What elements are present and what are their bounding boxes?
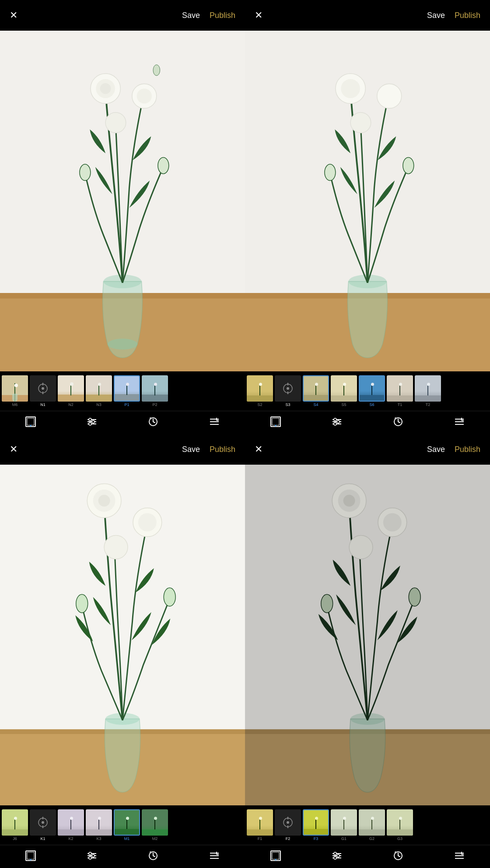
filter-item-k3[interactable]: K3 (86, 809, 112, 841)
publish-button-bl[interactable]: Publish (210, 445, 235, 454)
filter-thumb-n1 (30, 375, 56, 402)
svg-point-13 (153, 65, 160, 76)
filter-item-g2[interactable]: G2 (359, 809, 385, 841)
svg-point-54 (337, 420, 340, 423)
panel-bottom-right: ✕ Save Publish (245, 434, 490, 868)
tool-history-bl[interactable] (147, 850, 159, 862)
svg-point-101 (383, 513, 402, 532)
publish-button-tr[interactable]: Publish (455, 11, 480, 20)
svg-point-103 (409, 588, 420, 606)
svg-point-11 (158, 157, 169, 173)
filter-label-k2: K2 (68, 836, 73, 841)
filter-item-f3[interactable]: F3 (303, 809, 329, 841)
adjust-icon-k1 (36, 816, 49, 829)
tool-adjust-tl[interactable] (86, 416, 98, 428)
filter-item-n1[interactable]: N1 (30, 375, 56, 407)
filter-item-g1[interactable]: G1 (331, 809, 357, 841)
filter-thumb-s2 (247, 375, 273, 402)
publish-button-br[interactable]: Publish (455, 445, 480, 454)
filter-label-t2: T2 (426, 402, 430, 407)
tool-presets-tl[interactable] (208, 416, 220, 428)
flower-photo-bl (0, 465, 245, 805)
toolbar-br (245, 845, 490, 868)
svg-point-70 (138, 513, 157, 532)
publish-button-tl[interactable]: Publish (210, 11, 235, 20)
filter-thumb-s6 (359, 375, 385, 402)
svg-rect-48 (272, 418, 279, 425)
svg-point-111 (275, 859, 276, 861)
filter-item-t1[interactable]: T1 (387, 375, 413, 407)
toolbar-tr (245, 411, 490, 434)
save-button-bl[interactable]: Save (182, 445, 200, 454)
tool-frame-bl[interactable] (24, 850, 37, 862)
presets-icon-tl (208, 416, 220, 428)
tool-presets-bl[interactable] (208, 850, 220, 862)
filter-thumb-m6 (2, 375, 28, 402)
tool-history-br[interactable] (392, 850, 404, 862)
filter-item-j6[interactable]: J6 (2, 809, 28, 841)
save-button-tr[interactable]: Save (427, 11, 445, 20)
filter-strip-bl: J6 K1 (0, 805, 245, 845)
panel-bottom-left: ✕ Save Publish (0, 434, 245, 868)
filter-strip-tl: M6 N1 (0, 371, 245, 411)
filter-item-s4[interactable]: S4 (303, 375, 329, 407)
filter-thumb-m2 (142, 809, 168, 836)
tool-presets-br[interactable] (453, 850, 466, 862)
close-button-tl[interactable]: ✕ (10, 10, 18, 21)
tool-adjust-tr[interactable] (331, 416, 343, 428)
tool-frame-tr[interactable] (270, 416, 282, 428)
panel-top-left: ✕ Save Publish (0, 0, 245, 434)
filter-item-p2[interactable]: P2 (142, 375, 168, 407)
filter-item-p1[interactable]: P1 (114, 375, 140, 407)
filter-item-m2[interactable]: M2 (142, 809, 168, 841)
filter-item-s2[interactable]: S2 (247, 375, 273, 407)
filter-item-m6[interactable]: M6 (2, 375, 28, 407)
filter-label-k3: K3 (96, 836, 101, 841)
save-button-tl[interactable]: Save (182, 11, 200, 20)
topbar-right-tl: Save Publish (182, 11, 235, 20)
filter-label-s5: S5 (341, 402, 346, 407)
filter-thumb-k2 (58, 809, 84, 836)
filter-item-s6[interactable]: S6 (359, 375, 385, 407)
filter-label-n3: N3 (96, 402, 102, 407)
filter-item-f1[interactable]: F1 (247, 809, 273, 841)
filter-item-n3[interactable]: N3 (86, 375, 112, 407)
svg-point-42 (325, 164, 336, 180)
filter-thumb-k1 (30, 809, 56, 836)
tool-frame-tl[interactable] (24, 416, 37, 428)
close-button-br[interactable]: ✕ (255, 444, 262, 455)
filter-thumb-k3 (86, 809, 112, 836)
filter-label-s6: S6 (369, 402, 374, 407)
filter-item-s3[interactable]: S3 (275, 375, 301, 407)
filter-item-s5[interactable]: S5 (331, 375, 357, 407)
filter-label-g3: G3 (397, 836, 402, 841)
close-button-tr[interactable]: ✕ (255, 10, 262, 21)
filter-item-g3[interactable]: G3 (387, 809, 413, 841)
tool-history-tl[interactable] (147, 416, 159, 428)
svg-point-86 (89, 857, 91, 859)
filter-item-f2[interactable]: F2 (275, 809, 301, 841)
filter-item-t2[interactable]: T2 (415, 375, 441, 407)
svg-point-115 (334, 852, 336, 855)
svg-point-41 (403, 157, 414, 173)
svg-rect-0 (0, 31, 245, 296)
close-button-bl[interactable]: ✕ (10, 444, 18, 455)
filter-item-k2[interactable]: K2 (58, 809, 84, 841)
tool-presets-tr[interactable] (453, 416, 466, 428)
filter-item-k1[interactable]: K1 (30, 809, 56, 841)
tool-adjust-br[interactable] (331, 850, 343, 862)
photo-area-tl (0, 31, 245, 371)
svg-point-15 (42, 387, 44, 390)
save-button-br[interactable]: Save (427, 445, 445, 454)
filter-thumb-j6 (2, 809, 28, 836)
tool-history-tr[interactable] (392, 416, 404, 428)
filter-item-n2[interactable]: N2 (58, 375, 84, 407)
history-icon-tl (147, 416, 159, 428)
topbar-right-tr: Save Publish (427, 11, 480, 20)
filter-item-m1[interactable]: M1 (114, 809, 140, 841)
filter-label-p2: P2 (152, 402, 157, 407)
tool-frame-br[interactable] (270, 850, 282, 862)
svg-point-73 (76, 594, 88, 613)
tool-adjust-bl[interactable] (86, 850, 98, 862)
filter-label-s2: S2 (257, 402, 262, 407)
